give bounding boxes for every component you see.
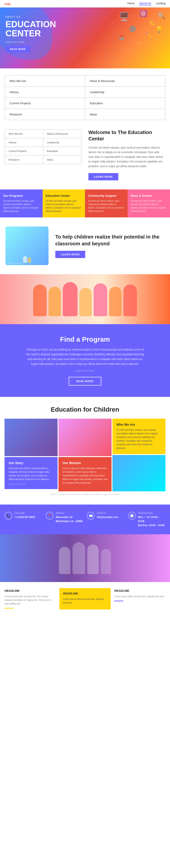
contact-hours: 🕐 Opening hours Mon — Fri 10:00 – 22:00S… xyxy=(126,510,168,529)
classroom-text: To help children realize their potential… xyxy=(55,234,165,258)
our-story-body: Duis aute irure dolor in reprehenderit i… xyxy=(9,467,53,481)
grid-nav-education[interactable]: Education xyxy=(85,98,165,109)
welcome-section: Who We Are News & Resources History Lead… xyxy=(0,120,170,189)
education-children-title: Education for Children xyxy=(4,406,166,413)
welcome-learn-more-button[interactable]: LEARN MORE xyxy=(88,173,118,180)
footer-col-1: HEADLINE Lorem ipsum dolor sit amet text… xyxy=(4,589,56,609)
who-we-are-body: Ut enim ad minim veniam, quis nostrud ex… xyxy=(117,428,161,450)
find-program-section: Find a Program Through our work, we are … xyxy=(0,324,170,397)
contact-call: 📞 Call today +1 (234) 567-8910 xyxy=(3,510,44,529)
programs-section: Our Programs Ut enim ad minim veniam, qu… xyxy=(0,189,170,217)
program-body-3: Ut enim ad minim veniam, quis nostrud ex… xyxy=(131,199,167,213)
welcome-title: Welcome to The Education Center xyxy=(88,129,166,142)
footer-headline-3: HEADLINE xyxy=(114,589,166,592)
email-icon: ✉️ xyxy=(87,512,94,520)
contact-hours-label: Opening hours xyxy=(138,512,166,514)
grid-nav-ideas[interactable]: Ideas xyxy=(85,109,165,120)
find-program-cta-button[interactable]: READ MORE xyxy=(69,377,101,385)
location-icon: 📍 xyxy=(46,512,53,520)
grid-nav-current-projects[interactable]: Current Projects xyxy=(5,98,85,109)
contact-call-label: Call today xyxy=(14,512,35,514)
program-title-3: News & Events xyxy=(131,194,167,197)
classroom-title: To help children realize their potential… xyxy=(55,234,165,247)
contact-address-label: Address xyxy=(56,512,83,514)
grid-nav-who-we-are[interactable]: Who We Are xyxy=(5,75,85,87)
classroom-section: Image from Freepik To help children real… xyxy=(0,217,170,274)
who-we-are-title: Who We Are xyxy=(117,423,161,426)
classroom-cta-button[interactable]: LEARN MORE xyxy=(55,251,85,258)
hero-label: ABOUT US xyxy=(5,16,165,18)
program-title-0: Our Programs xyxy=(3,194,39,197)
grid-nav-research[interactable]: Research xyxy=(5,109,85,120)
nav-landing[interactable]: Landing xyxy=(156,2,166,5)
grid-nav-section: Who We Are News & Resources History Lead… xyxy=(4,75,166,120)
hero-section: 🖥️ ⚛️ 📐 🔍 💡 🌐 ✏️ 📚 + ••• ABOUT US EDUCAT… xyxy=(0,7,170,68)
contact-hours-value: Mon — Fri 10:00 – 22:00Sat-Sun: 10:00 – … xyxy=(138,516,165,527)
footer-col-3: HEADLINE Lorem ipsum dolor sit amet text… xyxy=(114,589,166,609)
footer-headline-1: HEADLINE xyxy=(4,589,56,592)
edu-our-story-card: Our Story Duis aute irure dolor in repre… xyxy=(4,457,57,489)
footer-col-2: HEADLINE Lorem ipsum dolor sit amet text… xyxy=(59,588,111,610)
edu-center-top-image xyxy=(58,418,112,456)
find-program-image-credit: Images from Freepik xyxy=(5,370,165,372)
footer-headline-2: HEADLINE xyxy=(63,592,107,595)
grid-nav-leadership[interactable]: Leadership xyxy=(85,87,165,98)
contact-call-value: +1 (234) 567-8910 xyxy=(14,516,35,518)
program-body-2: Ut enim ad minim veniam, quis nostrud ex… xyxy=(88,199,124,213)
program-body-1: Ut enim ad minim veniam, quis nostrud ex… xyxy=(46,199,82,213)
edu-right-image xyxy=(113,455,166,491)
edu-our-mission-card: Our Mission Sunt in culpa qui officia de… xyxy=(58,457,112,491)
contact-email-label: Email Us xyxy=(97,512,118,514)
welcome-body: Ut enim ad minim veniam, quis nostrud ex… xyxy=(88,145,166,168)
grid-nav-history[interactable]: History xyxy=(5,87,85,98)
header: logo Home About Us Landing xyxy=(0,0,170,7)
edu-left-top-image xyxy=(4,418,57,456)
hero-image-credit: Images from Freepik xyxy=(5,41,165,43)
program-card-education: Education Center Ut enim ad minim veniam… xyxy=(43,189,85,217)
classroom-image: Image from Freepik xyxy=(5,226,48,265)
edu-divider-text: pariatur. Excepteur sint occaecat cupida… xyxy=(4,493,166,495)
our-story-credit: Images from Freepik xyxy=(9,483,53,485)
grid-nav-news-resources[interactable]: News & Resources xyxy=(85,75,165,87)
kids-image-bar xyxy=(0,274,170,324)
our-mission-title: Our Mission xyxy=(62,461,108,465)
phone-icon: 📞 xyxy=(4,512,12,520)
main-nav: Home About Us Landing xyxy=(127,2,166,5)
program-title-2: Community Support xyxy=(88,194,124,197)
program-card-news: News & Events Ut enim ad minim veniam, q… xyxy=(128,189,170,217)
contact-email: ✉️ Email Us info@sample.com xyxy=(85,510,126,529)
find-program-title: Find a Program xyxy=(5,336,165,343)
footer-body-2: Lorem ipsum dolor sit amet text. Sample … xyxy=(63,597,107,605)
program-title-1: Education Center xyxy=(46,194,82,197)
footer-body-1: Lorem ipsum dolor sit amet text. Orci va… xyxy=(4,595,56,606)
program-card-programs: Our Programs Ut enim ad minim veniam, qu… xyxy=(0,189,43,217)
welcome-grid-placeholder: Who We Are News & Resources History Lead… xyxy=(4,129,82,164)
our-story-title: Our Story xyxy=(9,461,53,465)
contact-email-value: info@sample.com xyxy=(97,516,118,518)
contact-address-value: Alexandria, 32 Washington str., 22866 xyxy=(56,516,83,523)
footer-body-3: Lorem ipsum dolor sit amet text. Sample … xyxy=(114,595,166,598)
nav-home[interactable]: Home xyxy=(127,2,135,5)
find-program-body: Through our work, we are building an evi… xyxy=(26,347,144,366)
logo: logo xyxy=(4,2,11,5)
program-body-0: Ut enim ad minim veniam, quis nostrud ex… xyxy=(3,199,39,213)
hero-cta-button[interactable]: READ MORE xyxy=(5,46,30,53)
contact-address: 📍 Address Alexandria, 32 Washington str.… xyxy=(44,510,85,529)
edu-who-we-are-card: Who We Are Ut enim ad minim veniam, quis… xyxy=(113,418,166,454)
welcome-text: Welcome to The Education Center Ut enim … xyxy=(88,129,166,180)
hero-title: EDUCATION CENTER xyxy=(5,20,69,38)
clock-icon: 🕐 xyxy=(128,512,136,520)
nav-about[interactable]: About Us xyxy=(139,2,151,5)
classroom-image-credit: Image from Freepik xyxy=(6,262,22,264)
footer: HEADLINE Lorem ipsum dolor sit amet text… xyxy=(0,582,170,615)
our-mission-body: Sunt in culpa qui officia deserunt molli… xyxy=(62,467,108,485)
education-children-section: Education for Children Our Story Duis au… xyxy=(0,397,170,504)
program-card-community: Community Support Ut enim ad minim venia… xyxy=(85,189,128,217)
contact-section: 📞 Call today +1 (234) 567-8910 📍 Address… xyxy=(0,504,170,534)
full-image-bar-2 xyxy=(0,534,170,582)
